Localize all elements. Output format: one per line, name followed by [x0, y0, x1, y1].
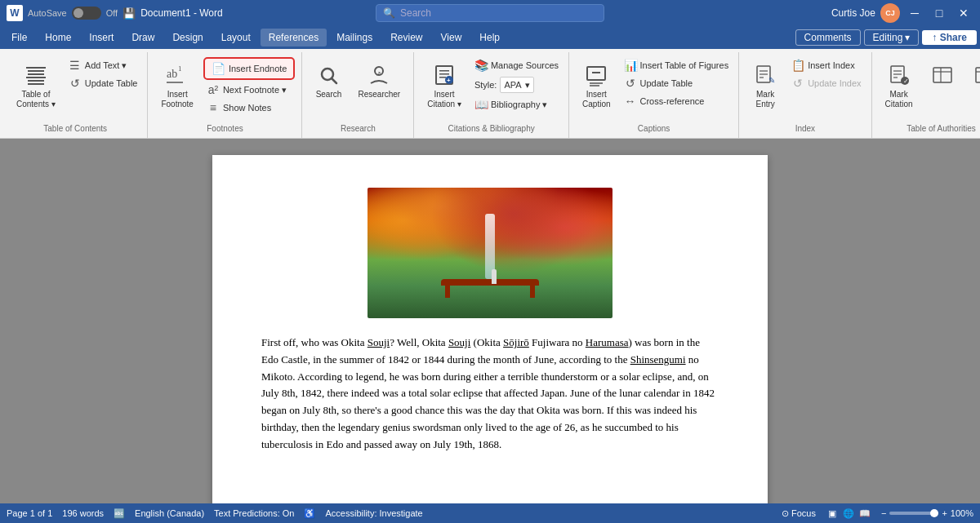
toggle-thumb: [74, 8, 83, 18]
menu-view[interactable]: View: [433, 29, 470, 47]
menu-mailings[interactable]: Mailings: [328, 29, 381, 47]
text-sojiro: Sōjirō: [503, 336, 529, 348]
citations-content: + InsertCitation ▾ 📚 Manage Sources Styl…: [421, 54, 562, 122]
style-dropdown[interactable]: Style: APA ▾: [471, 75, 562, 95]
footnotes-group-label: Footnotes: [154, 122, 295, 135]
focus-button[interactable]: ⊙ Focus: [782, 508, 816, 519]
svg-rect-14: [439, 70, 449, 72]
menu-references[interactable]: References: [261, 29, 327, 47]
autosave-toggle[interactable]: [72, 7, 101, 20]
add-text-button[interactable]: ☰ Add Text ▾: [65, 57, 141, 73]
menu-design[interactable]: Design: [164, 29, 211, 47]
page-info: Page 1 of 1: [7, 508, 52, 518]
insert-endnote-button[interactable]: 📄 Insert Endnote: [203, 57, 296, 80]
share-button[interactable]: ↑ Share: [922, 30, 977, 45]
insert-citation-button[interactable]: + InsertCitation ▾: [421, 57, 468, 114]
table-of-contents-button[interactable]: Table ofContents ▾: [10, 57, 62, 114]
ribbon-group-citations: + InsertCitation ▾ 📚 Manage Sources Styl…: [414, 52, 569, 138]
user-avatar[interactable]: CJ: [880, 3, 900, 23]
save-icon[interactable]: 💾: [122, 7, 136, 20]
menu-bar: File Home Insert Draw Design Layout Refe…: [0, 26, 980, 49]
index-small-buttons: 📋 Insert Index ↺ Update Index: [788, 57, 864, 91]
bibliography-icon: 📖: [474, 98, 488, 111]
add-text-icon: ☰: [69, 59, 82, 72]
insert-table-authorities-icon: [929, 62, 956, 88]
cross-reference-button[interactable]: ↔ Cross-reference: [621, 93, 733, 109]
search-button[interactable]: Search: [309, 57, 348, 104]
manage-sources-button[interactable]: 📚 Manage Sources: [471, 57, 562, 73]
mark-citation-button[interactable]: ✓ MarkCitation: [879, 57, 920, 114]
autumn-scene-bg: [368, 188, 612, 318]
update-table-authorities-button[interactable]: ↺: [965, 57, 981, 95]
mark-citation-icon: ✓: [886, 62, 912, 88]
insert-index-button[interactable]: 📋 Insert Index: [788, 57, 864, 73]
ribbon-group-captions: InsertCaption 📊 Insert Table of Figures …: [569, 52, 739, 138]
zoom-in-button[interactable]: +: [942, 508, 947, 518]
word-count: 196 words: [62, 508, 104, 518]
menu-bar-right: Comments Editing ▾ ↑ Share: [795, 29, 977, 46]
restore-button[interactable]: □: [929, 3, 949, 23]
bibliography-button[interactable]: 📖 Bibliography ▾: [471, 96, 562, 113]
svg-rect-1: [28, 70, 44, 72]
doc-image: [261, 188, 719, 318]
researcher-button[interactable]: ↗ Researcher: [351, 57, 407, 104]
insert-table-authorities-button[interactable]: [923, 57, 962, 95]
search-ribbon-label: Search: [316, 90, 342, 100]
search-box[interactable]: 🔍 Search: [376, 4, 604, 22]
menu-help[interactable]: Help: [471, 29, 508, 47]
researcher-label: Researcher: [358, 90, 400, 100]
insert-footnote-button[interactable]: ab 1 InsertFootnote: [154, 57, 199, 114]
insert-caption-label: InsertCaption: [582, 90, 610, 109]
mark-citation-label: MarkCitation: [885, 90, 913, 109]
comments-button[interactable]: Comments: [795, 29, 861, 46]
captions-group-label: Captions: [576, 122, 732, 135]
close-button[interactable]: ✕: [954, 3, 973, 23]
read-mode-icon[interactable]: 📖: [858, 507, 871, 520]
menu-insert[interactable]: Insert: [81, 29, 122, 47]
insert-caption-button[interactable]: InsertCaption: [576, 57, 617, 114]
menu-review[interactable]: Review: [382, 29, 430, 47]
menu-file[interactable]: File: [3, 29, 35, 47]
ribbon-group-footnotes: ab 1 InsertFootnote 📄 Insert Endnote a² …: [148, 52, 302, 138]
insert-index-icon: 📋: [791, 59, 804, 72]
next-footnote-button[interactable]: a² Next Footnote ▾: [203, 82, 296, 98]
text-predictions: Text Predictions: On: [214, 508, 294, 518]
web-layout-icon[interactable]: 🌐: [842, 507, 855, 520]
user-name: Curtis Joe: [831, 7, 875, 19]
mark-entry-button[interactable]: ✎ MarkEntry: [746, 57, 785, 114]
update-index-button[interactable]: ↺ Update Index: [788, 75, 864, 91]
figure: [492, 269, 497, 284]
focus-icon: ⊙: [782, 508, 789, 519]
footnote-small-buttons: 📄 Insert Endnote a² Next Footnote ▾ ≡ Sh…: [203, 57, 296, 116]
toc-icon: [23, 62, 49, 88]
ribbon-group-authorities: ✓ MarkCitation ↺ Table of Authorities: [872, 52, 980, 138]
language-icon: 🔤: [114, 508, 125, 519]
autosave-label: AutoSave: [28, 8, 67, 18]
menu-home[interactable]: Home: [37, 29, 79, 47]
print-layout-icon[interactable]: ▣: [826, 507, 839, 520]
focus-label: Focus: [791, 508, 816, 518]
authorities-group-label: Table of Authorities: [879, 122, 980, 135]
zoom-slider[interactable]: [889, 512, 938, 515]
editing-button[interactable]: Editing ▾: [864, 29, 920, 46]
ribbon-group-toc: Table ofContents ▾ ☰ Add Text ▾ ↺ Update…: [3, 52, 148, 138]
svg-rect-0: [26, 67, 46, 69]
captions-content: InsertCaption 📊 Insert Table of Figures …: [576, 54, 732, 122]
style-select[interactable]: APA ▾: [500, 77, 533, 93]
toc-label: Table ofContents ▾: [16, 90, 56, 109]
insert-table-of-figures-button[interactable]: 📊 Insert Table of Figures: [621, 57, 733, 73]
menu-layout[interactable]: Layout: [213, 29, 259, 47]
zoom-out-button[interactable]: −: [881, 508, 886, 518]
autosave-state: Off: [106, 8, 118, 18]
mark-entry-label: MarkEntry: [755, 90, 774, 109]
svg-rect-2: [28, 73, 44, 75]
menu-draw[interactable]: Draw: [123, 29, 163, 47]
doc-page: First off, who was Okita Souji? Well, Ok…: [212, 155, 768, 503]
minimize-button[interactable]: ─: [905, 3, 924, 23]
citations-group-label: Citations & Bibliography: [421, 122, 562, 135]
title-bar-center: 🔍 Search: [331, 4, 648, 22]
zoom-level: 100%: [951, 508, 973, 518]
update-table-captions-button[interactable]: ↺ Update Table: [621, 75, 733, 91]
update-table-toc-button[interactable]: ↺ Update Table: [65, 75, 141, 91]
show-notes-button[interactable]: ≡ Show Notes: [203, 100, 296, 116]
